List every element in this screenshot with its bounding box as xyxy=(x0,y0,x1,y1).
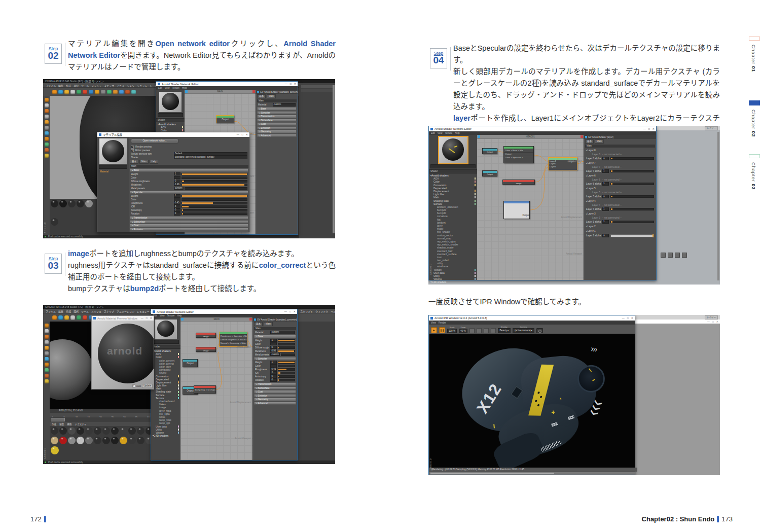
toolbar-icon[interactable] xyxy=(119,90,124,94)
material-swatch[interactable] xyxy=(94,427,101,435)
menu-item[interactable]: アニメーション xyxy=(117,84,134,87)
horizontal-scrollbar[interactable] xyxy=(429,472,635,475)
layer-param-row[interactable]: Layer 5 xyxy=(584,186,656,191)
material-swatch[interactable] xyxy=(111,437,119,444)
toolbar-icon[interactable] xyxy=(58,315,63,320)
chapter-tab[interactable]: Chapter 01 xyxy=(749,37,761,75)
menu-item[interactable]: 作成 xyxy=(66,309,71,313)
update-button[interactable]: Update xyxy=(142,384,153,388)
dialog-titlebar[interactable]: マテリアル編集 — □ ✕ xyxy=(97,132,249,137)
snapshot-button[interactable] xyxy=(477,328,482,333)
checkbox-checked-icon[interactable]: ✓ xyxy=(131,146,134,149)
node-standard-surface[interactable]: Output xyxy=(216,115,234,123)
camera-dropdown[interactable]: (active camera) xyxy=(513,328,534,333)
node-standard-surface[interactable]: Roughness < Specular < MainDiffuse rough… xyxy=(219,332,247,347)
browser-menu-item[interactable]: テクスチャ xyxy=(75,422,87,425)
auto-checkbox[interactable]: ✓ xyxy=(132,384,135,387)
material-preview-sphere-selected[interactable] xyxy=(439,137,467,163)
material-swatch[interactable] xyxy=(59,437,67,444)
tool-icon[interactable] xyxy=(45,120,49,124)
layer-param-row[interactable]: Layer 6 -- not connected -- xyxy=(584,178,656,182)
toolbar-icon[interactable] xyxy=(77,315,81,320)
param-slider[interactable] xyxy=(278,346,295,349)
section-specular[interactable]: Specular xyxy=(130,191,248,194)
material-swatch[interactable] xyxy=(137,427,144,435)
menu-item[interactable]: Texture xyxy=(167,314,174,317)
toolbar-icon[interactable] xyxy=(89,90,93,94)
layer-alpha-slider[interactable] xyxy=(610,157,654,160)
menu-item[interactable]: ウィンドウ xyxy=(315,309,328,313)
toolbar-icon[interactable] xyxy=(125,90,130,94)
node-graph-canvas[interactable]: HEAD01 Output Color > Base > MixOutputCo… xyxy=(477,135,584,280)
section-bar[interactable]: Emission xyxy=(254,394,296,398)
close-button[interactable]: ✕ xyxy=(294,82,296,86)
menu-item[interactable]: Edit xyxy=(158,87,162,89)
section-bar[interactable]: Geometry xyxy=(130,231,248,232)
menu-item[interactable]: スナップ xyxy=(104,84,114,87)
params-tab[interactable]: Main xyxy=(267,94,276,98)
section-specular[interactable]: Specular xyxy=(254,357,296,361)
menu-item[interactable]: View xyxy=(160,314,165,317)
shader-tree-item[interactable]: C4D shaders xyxy=(429,280,477,283)
scrollbar[interactable] xyxy=(333,85,335,233)
param-value[interactable]: 0 xyxy=(174,180,180,183)
menu-item[interactable]: アニメーション xyxy=(117,309,134,313)
minimize-button[interactable]: — xyxy=(707,320,710,323)
menu-item[interactable]: Texture xyxy=(172,87,179,89)
material-swatch[interactable] xyxy=(51,427,58,435)
params-tab[interactable]: 基本 xyxy=(254,322,263,326)
material-swatch[interactable] xyxy=(94,437,101,444)
section-base[interactable]: Base xyxy=(257,107,297,111)
params-tab[interactable]: Main xyxy=(264,322,273,326)
menu-item[interactable]: Texture xyxy=(445,132,452,134)
param-value[interactable]: 0 xyxy=(270,346,277,349)
tool-icon[interactable] xyxy=(45,109,49,113)
layer-param-row[interactable]: Layer 5 -- not connected -- xyxy=(584,191,656,194)
tool-icon[interactable] xyxy=(45,329,49,333)
param-value[interactable]: 0 xyxy=(174,212,180,216)
param-value[interactable]: 1 xyxy=(174,194,180,198)
node-flat[interactable]: Output xyxy=(482,148,497,154)
section-base[interactable]: Base xyxy=(254,335,296,338)
node-output[interactable]: Output xyxy=(482,170,497,176)
search-input[interactable] xyxy=(153,340,179,344)
layer-param-row[interactable]: Layer 7 -- not connected -- xyxy=(584,165,656,169)
toolbar-icon[interactable] xyxy=(95,90,99,94)
tool-icon[interactable] xyxy=(45,154,49,158)
shader-tree-item[interactable]: C4D shaders xyxy=(151,434,180,437)
material-swatch[interactable] xyxy=(102,437,110,444)
param-value[interactable] xyxy=(270,364,277,368)
timeline-handle[interactable] xyxy=(51,418,65,421)
param-slider[interactable] xyxy=(278,343,295,345)
window-titlebar[interactable]: Arnold Shader Network Editor — □ ✕ xyxy=(156,82,298,86)
material-swatch[interactable] xyxy=(77,427,84,435)
browser-menu-item[interactable]: 作成 xyxy=(52,422,56,425)
layer-param-row[interactable]: Layer 5 alpha 1 xyxy=(584,194,656,199)
channel-item[interactable]: Material xyxy=(100,170,129,173)
param-slider[interactable] xyxy=(278,339,295,342)
param-value[interactable] xyxy=(174,176,180,180)
layer-alpha-slider[interactable] xyxy=(610,170,654,172)
param-dropdown[interactable]: Standard_converted.standard_surface xyxy=(174,156,247,159)
toolbar-icon[interactable] xyxy=(64,315,69,320)
maximize-button[interactable]: □ xyxy=(146,316,148,321)
window-titlebar[interactable]: Arnold Material Preview Window — □ ✕ xyxy=(92,316,154,321)
material-swatch[interactable] xyxy=(51,218,58,226)
toolbar-icon[interactable] xyxy=(113,90,118,94)
param-value[interactable]: 0.98 xyxy=(270,349,277,353)
param-slider[interactable] xyxy=(182,180,247,183)
layer-tab[interactable]: レイヤー xyxy=(705,126,718,130)
menu-item[interactable]: ファイル xyxy=(46,309,56,313)
param-slider[interactable] xyxy=(182,195,247,197)
material-swatch[interactable] xyxy=(85,437,93,444)
close-button[interactable]: ✕ xyxy=(716,320,718,323)
node-output-1[interactable]: Output xyxy=(183,359,198,367)
section-bar[interactable]: Subsurface xyxy=(257,119,297,122)
browser-menu-item[interactable]: 機能 xyxy=(67,422,71,425)
section-bar[interactable]: Geometry xyxy=(254,398,296,401)
material-swatch[interactable] xyxy=(77,200,84,207)
layer-param-row[interactable]: Layer 1 xyxy=(584,229,656,233)
param-slider[interactable] xyxy=(278,350,295,352)
scrollbar[interactable] xyxy=(717,132,719,280)
layer-param-row[interactable]: Layer 3 alpha 1 xyxy=(584,220,656,224)
